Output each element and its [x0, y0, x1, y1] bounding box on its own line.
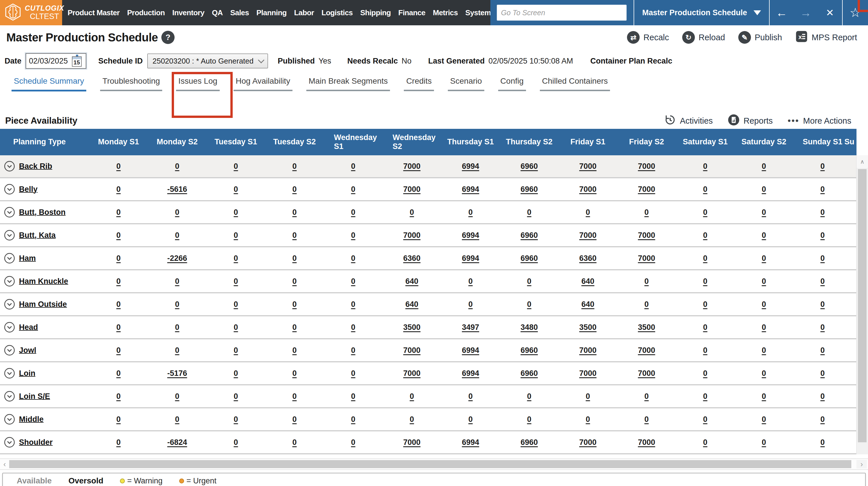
availability-value-link[interactable]: 0	[292, 300, 297, 309]
expand-chevron-icon[interactable]	[4, 161, 15, 172]
availability-value-link[interactable]: 0	[351, 369, 355, 377]
availability-value-link[interactable]: 3500	[579, 323, 596, 332]
availability-value-link[interactable]: 0	[292, 346, 297, 355]
availability-value-link[interactable]: 0	[116, 277, 121, 285]
availability-value-link[interactable]: 0	[703, 185, 707, 193]
availability-value-link[interactable]: 0	[234, 369, 238, 377]
availability-value-link[interactable]: 0	[762, 185, 766, 193]
availability-value-link[interactable]: 0	[644, 415, 649, 424]
schedule-id-dropdown[interactable]: 250203200 : * Auto Generated	[147, 54, 268, 68]
availability-value-link[interactable]: 0	[586, 392, 590, 401]
availability-value-link[interactable]: 7000	[403, 162, 421, 171]
availability-value-link[interactable]: 7000	[579, 231, 596, 240]
planning-type-link[interactable]: Head	[19, 323, 38, 332]
availability-value-link[interactable]: 6960	[521, 438, 538, 447]
planning-type-link[interactable]: Belly	[19, 185, 38, 194]
availability-value-link[interactable]: 0	[116, 415, 121, 424]
tab-troubleshooting[interactable]: Troubleshooting	[100, 77, 162, 91]
availability-value-link[interactable]: 0	[644, 277, 649, 285]
availability-value-link[interactable]: 7000	[403, 185, 421, 193]
availability-value-link[interactable]: 0	[644, 208, 649, 217]
availability-value-link[interactable]: 0	[175, 208, 179, 217]
availability-value-link[interactable]: 0	[820, 231, 825, 240]
tab-main-break-segments[interactable]: Main Break Segments	[306, 77, 390, 91]
availability-value-link[interactable]: 0	[468, 415, 472, 424]
availability-value-link[interactable]: 0	[820, 185, 825, 193]
availability-value-link[interactable]: 0	[762, 300, 766, 309]
availability-value-link[interactable]: 7000	[579, 369, 596, 377]
nav-item-production[interactable]: Production	[123, 8, 168, 17]
availability-value-link[interactable]: 0	[586, 208, 590, 217]
availability-value-link[interactable]: 0	[292, 208, 297, 217]
availability-value-link[interactable]: 7000	[579, 438, 596, 447]
availability-value-link[interactable]: 0	[175, 231, 179, 240]
availability-value-link[interactable]: 0	[351, 162, 355, 171]
availability-value-link[interactable]: 7000	[638, 162, 655, 171]
availability-value-link[interactable]: 0	[409, 415, 414, 424]
availability-value-link[interactable]: 0	[234, 300, 238, 309]
app-logo[interactable]: CUTLOGIX CLTEST	[0, 0, 62, 25]
availability-value-link[interactable]: 0	[527, 300, 531, 309]
availability-value-link[interactable]: 0	[351, 300, 355, 309]
availability-value-link[interactable]: 6960	[521, 369, 538, 377]
expand-chevron-icon[interactable]	[4, 184, 15, 195]
availability-value-link[interactable]: 7000	[403, 369, 421, 377]
availability-value-link[interactable]: 6960	[521, 254, 538, 263]
forward-arrow-icon[interactable]: →	[794, 7, 818, 19]
expand-chevron-icon[interactable]	[4, 299, 15, 310]
availability-value-link[interactable]: 6994	[462, 162, 479, 171]
availability-value-link[interactable]: 6994	[462, 369, 479, 377]
availability-value-link[interactable]: 0	[116, 346, 121, 355]
availability-value-link[interactable]: 0	[644, 300, 649, 309]
availability-value-link[interactable]: 3500	[403, 323, 421, 332]
availability-value-link[interactable]: -5176	[167, 369, 187, 377]
availability-value-link[interactable]: 0	[703, 323, 707, 332]
availability-value-link[interactable]: 3500	[638, 323, 655, 332]
availability-value-link[interactable]: 640	[405, 300, 418, 309]
availability-value-link[interactable]: 0	[468, 208, 472, 217]
availability-value-link[interactable]: 0	[234, 277, 238, 285]
expand-chevron-icon[interactable]	[4, 437, 15, 448]
expand-chevron-icon[interactable]	[4, 230, 15, 241]
availability-value-link[interactable]: 0	[292, 392, 297, 401]
availability-value-link[interactable]: 0	[292, 185, 297, 193]
back-arrow-icon[interactable]: ←	[770, 7, 794, 19]
nav-item-finance[interactable]: Finance	[395, 8, 429, 17]
nav-item-inventory[interactable]: Inventory	[168, 8, 208, 17]
nav-item-sales[interactable]: Sales	[227, 8, 253, 17]
availability-value-link[interactable]: 0	[292, 277, 297, 285]
planning-type-link[interactable]: Ham Knuckle	[19, 277, 68, 286]
availability-value-link[interactable]: 0	[234, 415, 238, 424]
availability-value-link[interactable]: 0	[762, 392, 766, 401]
availability-value-link[interactable]: 6960	[521, 346, 538, 355]
expand-chevron-icon[interactable]	[4, 368, 15, 379]
availability-value-link[interactable]: 0	[175, 346, 179, 355]
availability-value-link[interactable]: 0	[175, 277, 179, 285]
availability-value-link[interactable]: 0	[820, 277, 825, 285]
availability-value-link[interactable]: 0	[762, 162, 766, 171]
availability-value-link[interactable]: 0	[703, 369, 707, 377]
availability-value-link[interactable]: 0	[175, 300, 179, 309]
availability-value-link[interactable]: 0	[351, 231, 355, 240]
scroll-right-icon[interactable]: ›	[857, 460, 867, 468]
reports-button[interactable]: Reports	[727, 114, 773, 128]
availability-value-link[interactable]: 0	[468, 392, 472, 401]
tab-hog-availability[interactable]: Hog Availability	[234, 77, 292, 91]
recalc-button[interactable]: ⇄Recalc	[627, 31, 669, 44]
availability-value-link[interactable]: 0	[116, 323, 121, 332]
availability-value-link[interactable]: 0	[586, 415, 590, 424]
availability-value-link[interactable]: 0	[234, 392, 238, 401]
availability-value-link[interactable]: 0	[703, 300, 707, 309]
availability-value-link[interactable]: 0	[234, 346, 238, 355]
availability-value-link[interactable]: 0	[409, 208, 414, 217]
planning-type-link[interactable]: Butt, Kata	[19, 231, 56, 240]
availability-value-link[interactable]: 6360	[403, 254, 421, 263]
planning-type-link[interactable]: Loin	[19, 369, 35, 378]
tab-config[interactable]: Config	[498, 77, 526, 91]
availability-value-link[interactable]: 640	[405, 277, 418, 285]
availability-value-link[interactable]: 6360	[579, 254, 596, 263]
availability-value-link[interactable]: 7000	[403, 438, 421, 447]
help-icon[interactable]: ?	[161, 31, 175, 44]
nav-item-shipping[interactable]: Shipping	[356, 8, 394, 17]
availability-value-link[interactable]: 6960	[521, 162, 538, 171]
